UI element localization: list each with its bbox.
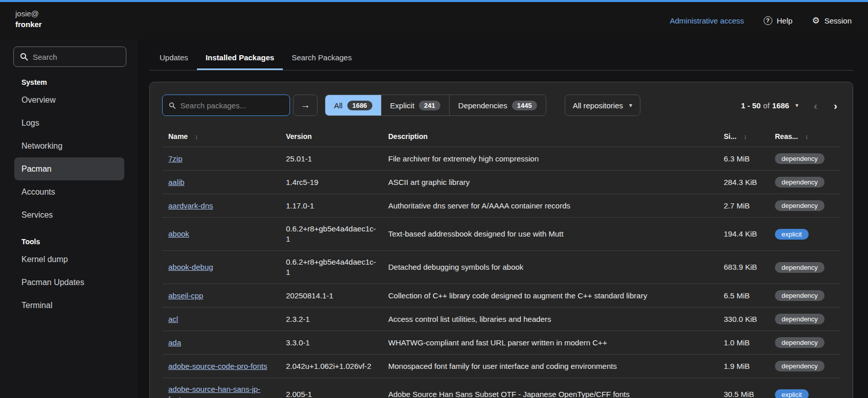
filter-label: Dependencies: [458, 101, 507, 110]
packages-table: Name ↕ Version Description Si...: [162, 126, 840, 398]
administrative-access-link[interactable]: Administrative access: [670, 16, 744, 25]
package-name-link[interactable]: abook: [168, 229, 189, 238]
package-reason-badge: dependency: [775, 361, 825, 371]
package-size: 30.5 MiB: [718, 378, 769, 398]
sidebar-item-terminal[interactable]: Terminal: [0, 294, 139, 317]
package-reason-badge: explicit: [775, 229, 809, 240]
column-header-reason[interactable]: Reas... ↕: [769, 126, 840, 147]
package-row: adobe-source-han-sans-jp-fonts 2.005-1 A…: [162, 378, 840, 398]
package-name-link[interactable]: ada: [168, 338, 181, 347]
package-reason-badge: dependency: [775, 337, 825, 348]
sidebar-item-kernel-dump[interactable]: Kernel dump: [0, 248, 139, 271]
sidebar-item-logs[interactable]: Logs: [0, 111, 139, 134]
sidebar-item-accounts[interactable]: Accounts: [0, 180, 139, 203]
package-name-link[interactable]: abook-debug: [168, 263, 213, 271]
sidebar-item-pacman-updates[interactable]: Pacman Updates: [0, 271, 139, 294]
pagination-menu[interactable]: 1 - 50 of 1686 ▾: [741, 101, 798, 110]
tab-installed-packages[interactable]: Installed Packages: [197, 46, 283, 70]
package-size: 330.0 KiB: [718, 308, 769, 331]
filter-all[interactable]: All 1686: [325, 95, 382, 115]
package-description: Authoritative dns server for A/AAAA cont…: [382, 194, 718, 218]
nav-group-heading: System: [0, 78, 139, 88]
package-size: 2.7 MiB: [718, 194, 769, 218]
package-row: abseil-cpp 20250814.1-1 Collection of C+…: [162, 284, 840, 308]
session-label: Session: [825, 16, 852, 25]
package-name-link[interactable]: adobe-source-code-pro-fonts: [168, 362, 267, 370]
pagination-of: of: [763, 101, 770, 110]
column-header-size[interactable]: Si... ↕: [718, 126, 769, 147]
package-search-input[interactable]: [181, 101, 284, 110]
gear-icon: ⚙: [812, 16, 819, 25]
app-window: josie@ fronker Administrative access ? H…: [0, 0, 868, 398]
package-version: 1.4rc5-19: [280, 171, 382, 194]
masthead: josie@ fronker Administrative access ? H…: [0, 2, 868, 39]
nav-group-system: System Overview Logs Networking Pacman A…: [0, 78, 139, 226]
package-description: Monospaced font family for user interfac…: [382, 355, 718, 378]
sidebar-item-pacman[interactable]: Pacman: [14, 157, 124, 180]
package-reason-badge: dependency: [775, 200, 825, 211]
filter-dependencies[interactable]: Dependencies 1445: [450, 95, 546, 115]
package-description: Adobe Source Han Sans Subset OTF - Japan…: [382, 378, 718, 398]
nav-group-tools: Tools Kernel dump Pacman Updates Termina…: [0, 238, 139, 317]
package-size: 1.9 MiB: [718, 355, 769, 378]
package-version: 0.6.2+r8+gb5e4a4daec1c-1: [280, 218, 382, 251]
package-size: 284.3 KiB: [718, 171, 769, 194]
package-reason-badge: dependency: [775, 153, 825, 164]
package-row: acl 2.3.2-1 Access control list utilitie…: [162, 308, 840, 331]
package-size: 6.5 MiB: [718, 284, 769, 308]
session-menu[interactable]: ⚙ Session: [812, 16, 852, 25]
package-version: 2.042u+1.062i+1.026vf-2: [280, 355, 382, 378]
filter-count-badge: 241: [419, 101, 440, 110]
previous-page-button[interactable]: ‹: [814, 100, 817, 111]
package-description: ASCII art graphic library: [382, 171, 718, 194]
filter-count-badge: 1445: [512, 101, 537, 110]
package-table-body: 7zip 25.01-1 File archiver for extremely…: [162, 147, 840, 398]
package-name-link[interactable]: aalib: [168, 178, 185, 186]
package-name-link[interactable]: adobe-source-han-sans-jp-fonts: [168, 385, 260, 398]
package-name-link[interactable]: abseil-cpp: [168, 291, 203, 300]
package-row: abook-debug 0.6.2+r8+gb5e4a4daec1c-1 Det…: [162, 251, 840, 284]
sidebar-item-networking[interactable]: Networking: [0, 134, 139, 157]
package-reason-badge: dependency: [775, 290, 825, 301]
sidebar-item-services[interactable]: Services: [0, 203, 139, 226]
tab-updates[interactable]: Updates: [151, 46, 197, 70]
packages-toolbar: → All 1686 Explicit 241 Dependencies 14: [150, 82, 853, 126]
sort-icon: ↕: [744, 133, 747, 141]
package-row: abook 0.6.2+r8+gb5e4a4daec1c-1 Text-base…: [162, 218, 840, 251]
package-size: 194.4 KiB: [718, 218, 769, 251]
package-description: WHATWG-compliant and fast URL parser wri…: [382, 331, 718, 355]
sort-icon: ↕: [805, 133, 809, 141]
package-size: 6.3 MiB: [718, 147, 769, 171]
filter-explicit[interactable]: Explicit 241: [382, 95, 450, 115]
repositories-dropdown[interactable]: All repositories ▾: [565, 95, 640, 116]
body-row: System Overview Logs Networking Pacman A…: [0, 39, 868, 398]
tab-search-packages[interactable]: Search Packages: [283, 46, 361, 70]
sidebar-item-overview[interactable]: Overview: [0, 88, 139, 111]
package-reason-badge: explicit: [775, 389, 809, 398]
package-version: 2.3.2-1: [280, 308, 382, 331]
search-icon: [169, 102, 176, 109]
package-name-link[interactable]: 7zip: [168, 154, 183, 163]
masthead-username: josie@: [15, 9, 42, 19]
package-description: File archiver for extremely high compres…: [382, 147, 718, 171]
column-header-name[interactable]: Name ↕: [162, 126, 280, 147]
package-version: 2.005-1: [280, 378, 382, 398]
package-version: 0.6.2+r8+gb5e4a4daec1c-1: [280, 251, 382, 284]
repositories-dropdown-label: All repositories: [573, 101, 623, 110]
package-search[interactable]: [162, 95, 290, 116]
arrow-right-icon: →: [301, 100, 310, 110]
masthead-actions: Administrative access ? Help ⚙ Session: [670, 2, 868, 39]
host-switcher[interactable]: josie@ fronker: [0, 2, 42, 39]
package-description: Detached debugging symbols for abook: [382, 251, 718, 284]
filter-label: All: [334, 101, 343, 110]
package-name-link[interactable]: acl: [168, 315, 178, 323]
sidebar-search-input[interactable]: [33, 53, 120, 61]
packages-card: → All 1686 Explicit 241 Dependencies 14: [149, 82, 853, 398]
package-version: 3.3.0-1: [280, 331, 382, 355]
sidebar-search[interactable]: [13, 46, 126, 67]
table-header-row: Name ↕ Version Description Si...: [162, 126, 840, 147]
package-name-link[interactable]: aardvark-dns: [168, 201, 213, 210]
help-menu[interactable]: ? Help: [764, 16, 793, 25]
search-submit-button[interactable]: →: [293, 95, 318, 116]
next-page-button[interactable]: ›: [834, 100, 837, 111]
